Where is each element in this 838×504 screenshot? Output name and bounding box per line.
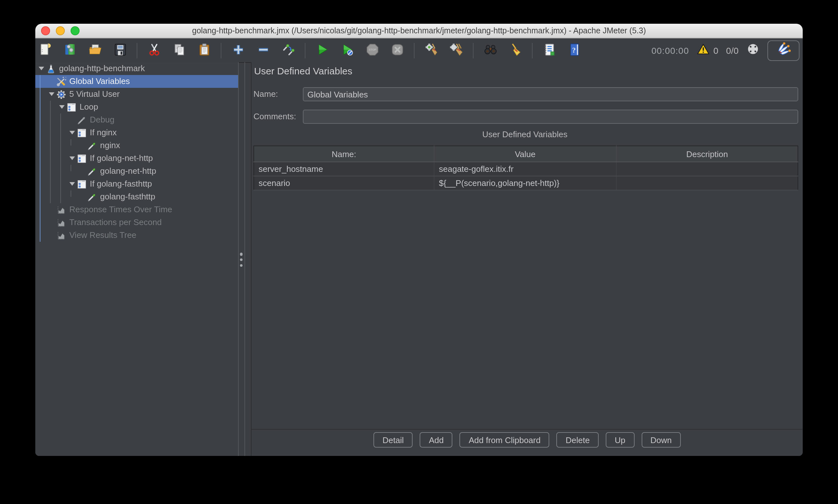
toolbar-divider xyxy=(414,43,415,58)
tree-item-5-virtual-user[interactable]: 5 Virtual User xyxy=(35,88,238,101)
variable-cell[interactable] xyxy=(616,176,798,190)
tree-item-transactions-per-second[interactable]: Transactions per Second xyxy=(35,216,238,229)
variable-cell[interactable]: scenario xyxy=(254,176,434,190)
help-icon: ? xyxy=(567,42,582,59)
active-total-threads: 0/0 xyxy=(726,45,738,55)
tree-item-label: nginx xyxy=(100,139,120,152)
tree-item-debug[interactable]: Debug xyxy=(35,113,238,126)
expand-caret-icon[interactable] xyxy=(47,92,56,96)
toolbar: STOP? 00:00:00 0 0/0 xyxy=(35,38,803,63)
tree-item-label: If nginx xyxy=(90,126,117,139)
config-wrench-icon xyxy=(56,76,66,87)
tree-item-label: Loop xyxy=(80,101,98,113)
log-warnings-indicator[interactable]: 0 xyxy=(697,43,718,58)
variable-cell[interactable]: seagate-goflex.itix.fr xyxy=(434,162,616,176)
panel-heading: User Defined Variables xyxy=(254,66,352,76)
tree-indent-guide xyxy=(39,75,40,242)
add-from-clipboard-button[interactable]: Add from Clipboard xyxy=(460,432,549,448)
tree-item-label: Response Times Over Time xyxy=(69,203,172,216)
start-no-timers-button[interactable] xyxy=(339,42,355,59)
variable-row: server_hostnameseagate-goflex.itix.fr xyxy=(254,162,798,176)
paste-icon xyxy=(197,42,211,59)
tree-item-loop[interactable]: Loop xyxy=(35,101,238,113)
tree-indent-guide xyxy=(60,113,60,203)
expand-caret-icon[interactable] xyxy=(57,105,66,109)
tree-item-response-times-over-time[interactable]: Response Times Over Time xyxy=(35,203,238,216)
shutdown-icon xyxy=(390,42,405,59)
controller-icon xyxy=(66,102,76,112)
tree-item-golang-http-benchmark[interactable]: golang-http-benchmark xyxy=(35,62,238,75)
search-reset-button[interactable] xyxy=(507,42,524,59)
threads-wheel-icon xyxy=(746,42,760,58)
tree-item-nginx[interactable]: nginx xyxy=(35,139,238,152)
column-header: Description xyxy=(616,146,798,162)
variable-cell[interactable] xyxy=(616,162,798,176)
swap-button[interactable] xyxy=(280,42,296,59)
save-button[interactable] xyxy=(112,42,128,59)
zoom-window-button[interactable] xyxy=(71,26,80,35)
tree-item-golang-net-http[interactable]: golang-net-http xyxy=(35,165,238,178)
open-file-button[interactable] xyxy=(87,42,103,59)
new-file-button[interactable] xyxy=(37,42,53,59)
name-input[interactable] xyxy=(303,87,798,101)
controller-icon xyxy=(76,153,87,163)
tree-item-if-golang-fasthttp[interactable]: If golang-fasthttp xyxy=(35,178,238,191)
tree-indent-guide xyxy=(50,101,50,203)
cut-icon xyxy=(146,42,161,59)
variables-table: Name:ValueDescription server_hostnamesea… xyxy=(254,146,798,191)
paste-button[interactable] xyxy=(196,42,212,59)
variable-cell[interactable]: server_hostname xyxy=(254,162,434,176)
tree-item-label: golang-http-benchmark xyxy=(59,62,145,75)
tree-item-label: If golang-fasthttp xyxy=(90,178,152,191)
stop-icon: STOP xyxy=(365,42,380,59)
stop-button: STOP xyxy=(364,42,381,59)
comments-label: Comments: xyxy=(254,110,301,124)
tree-indent-guide xyxy=(71,191,71,197)
column-header: Value xyxy=(434,146,616,162)
function-helper-button[interactable] xyxy=(541,42,558,59)
test-plan-icon xyxy=(46,64,56,74)
start-button[interactable] xyxy=(314,42,330,59)
titlebar: golang-http-benchmark.jmx (/Users/nicola… xyxy=(35,24,803,38)
cut-button[interactable] xyxy=(146,42,162,59)
elapsed-time: 00:00:00 xyxy=(651,45,689,55)
down-button[interactable]: Down xyxy=(641,432,681,448)
clear-all-button[interactable] xyxy=(448,42,465,59)
up-button[interactable]: Up xyxy=(606,432,634,448)
tree-item-label: If golang-net-http xyxy=(90,152,153,165)
copy-button[interactable] xyxy=(171,42,187,59)
tree-item-golang-fasthttp[interactable]: golang-fasthttp xyxy=(35,191,238,203)
close-window-button[interactable] xyxy=(41,26,50,35)
expand-caret-icon[interactable] xyxy=(37,67,46,71)
search-button[interactable] xyxy=(482,42,499,59)
expand-caret-icon[interactable] xyxy=(67,182,76,186)
splitter-line xyxy=(244,62,245,456)
test-plan-tree: golang-http-benchmarkGlobal Variables5 V… xyxy=(35,62,238,456)
jmeter-logo-button[interactable] xyxy=(767,40,800,60)
open-template-button[interactable] xyxy=(62,42,78,59)
tree-item-if-nginx[interactable]: If nginx xyxy=(35,126,238,139)
minimize-window-button[interactable] xyxy=(56,26,65,35)
variable-row: scenario${__P(scenario,golang-net-http)} xyxy=(254,176,798,190)
expand-caret-icon[interactable] xyxy=(67,157,76,160)
add-button[interactable] xyxy=(230,42,246,59)
comments-input[interactable] xyxy=(303,110,798,124)
clear-button[interactable] xyxy=(423,42,439,59)
svg-text:?: ? xyxy=(572,46,576,54)
tree-item-view-results-tree[interactable]: View Results Tree xyxy=(35,229,238,242)
svg-text:STOP: STOP xyxy=(369,48,376,51)
tree-item-if-golang-net-http[interactable]: If golang-net-http xyxy=(35,152,238,165)
delete-button[interactable]: Delete xyxy=(557,432,599,448)
tree-item-global-variables[interactable]: Global Variables xyxy=(35,75,238,88)
expand-caret-icon[interactable] xyxy=(67,131,76,134)
add-button[interactable]: Add xyxy=(420,432,453,448)
panel-splitter-grip[interactable] xyxy=(239,253,244,267)
tree-item-label: Transactions per Second xyxy=(69,216,162,229)
traffic-lights xyxy=(41,24,80,38)
detail-button[interactable]: Detail xyxy=(373,432,413,448)
variable-cell[interactable]: ${__P(scenario,golang-net-http)} xyxy=(434,176,616,190)
remove-button[interactable] xyxy=(255,42,272,59)
help-button[interactable]: ? xyxy=(566,42,582,59)
user-defined-variables-panel: User Defined Variables Name: Comments: U… xyxy=(251,62,803,456)
window-title: golang-http-benchmark.jmx (/Users/nicola… xyxy=(192,26,646,35)
